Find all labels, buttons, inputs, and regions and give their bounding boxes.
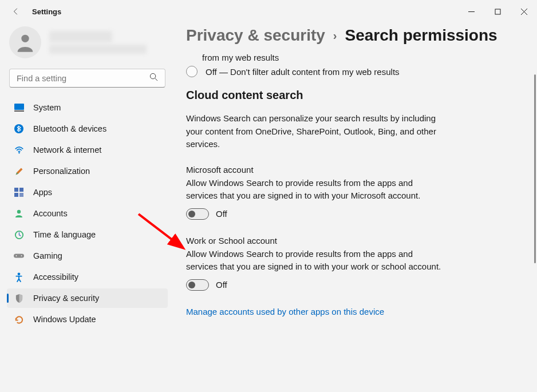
sidebar-item-accounts[interactable]: Accounts <box>7 204 168 223</box>
minimize-button[interactable] <box>458 3 484 20</box>
sidebar-item-privacy[interactable]: Privacy & security <box>7 288 168 308</box>
chevron-right-icon: › <box>333 29 337 42</box>
ws-account-toggle[interactable] <box>186 279 209 291</box>
nav-label: Bluetooth & devices <box>33 124 106 133</box>
globe-clock-icon <box>14 229 24 240</box>
svg-rect-14 <box>19 193 23 197</box>
search-input[interactable] <box>9 69 165 88</box>
cloud-desc: Windows Search can personalize your sear… <box>186 112 444 151</box>
svg-line-6 <box>155 78 157 81</box>
nav-label: Apps <box>33 188 52 197</box>
sidebar-item-system[interactable]: System <box>7 98 168 117</box>
sidebar-item-personalization[interactable]: Personalization <box>7 161 168 181</box>
svg-point-5 <box>150 73 155 78</box>
breadcrumb: Privacy & security › Search permissions <box>186 26 514 45</box>
person-icon <box>14 208 24 219</box>
close-button[interactable] <box>511 3 537 20</box>
ms-account-toggle[interactable] <box>186 208 209 220</box>
nav-label: Windows Update <box>33 315 96 324</box>
svg-point-18 <box>16 255 17 256</box>
profile-block[interactable] <box>7 23 168 69</box>
section-cloud-heading: Cloud content search <box>186 89 514 102</box>
search-icon <box>149 73 158 84</box>
nav-label: Personalization <box>33 167 90 176</box>
apps-icon <box>14 187 24 197</box>
nav-label: Time & language <box>33 230 96 239</box>
svg-rect-11 <box>14 188 18 192</box>
brush-icon <box>14 166 24 176</box>
ms-account-desc: Allow Windows Search to provide results … <box>186 177 444 203</box>
breadcrumb-parent[interactable]: Privacy & security <box>186 26 325 45</box>
page-title: Search permissions <box>345 26 497 45</box>
update-icon <box>14 314 24 324</box>
nav-label: Accounts <box>33 209 68 218</box>
ws-account-desc: Allow Windows Search to provide results … <box>186 248 444 274</box>
sidebar-item-bluetooth[interactable]: Bluetooth & devices <box>7 119 168 138</box>
avatar <box>9 26 41 58</box>
manage-accounts-link[interactable]: Manage accounts used by other apps on th… <box>186 307 514 316</box>
shield-icon <box>14 293 24 303</box>
svg-rect-12 <box>19 188 23 192</box>
ws-toggle-state: Off <box>216 280 227 290</box>
radio-label: Off — Don't filter adult content from my… <box>206 67 400 77</box>
svg-rect-17 <box>14 254 24 258</box>
partial-text-line: from my web results <box>186 53 514 62</box>
svg-rect-13 <box>14 193 18 197</box>
search-field[interactable] <box>17 74 149 83</box>
nav-label: Gaming <box>33 251 62 260</box>
system-icon <box>14 102 24 113</box>
profile-name <box>49 29 165 56</box>
nav-label: System <box>33 103 61 112</box>
accessibility-icon <box>14 272 24 282</box>
content-area: Privacy & security › Search permissions … <box>175 23 537 392</box>
radio-button[interactable] <box>186 66 198 77</box>
svg-rect-7 <box>14 104 24 110</box>
svg-point-4 <box>21 35 29 42</box>
nav-label: Privacy & security <box>33 294 99 303</box>
back-button[interactable] <box>7 2 25 21</box>
ms-toggle-state: Off <box>216 209 227 219</box>
sidebar-item-network[interactable]: Network & internet <box>7 140 168 160</box>
svg-point-19 <box>21 255 22 256</box>
ws-account-title: Work or School account <box>186 236 514 246</box>
svg-rect-1 <box>495 9 500 14</box>
title-bar: Settings <box>0 0 537 23</box>
sidebar-item-time[interactable]: Time & language <box>7 225 168 244</box>
nav-label: Network & internet <box>33 145 101 155</box>
svg-point-20 <box>18 272 21 275</box>
sidebar-item-apps[interactable]: Apps <box>7 183 168 202</box>
nav-label: Accessibility <box>33 272 78 282</box>
wifi-icon <box>14 145 24 155</box>
scrollbar[interactable] <box>534 74 536 263</box>
bluetooth-icon <box>14 124 24 134</box>
nav-list: System Bluetooth & devices Network & int… <box>7 98 168 329</box>
maximize-button[interactable] <box>484 3 511 20</box>
sidebar-item-accessibility[interactable]: Accessibility <box>7 267 168 287</box>
sidebar: System Bluetooth & devices Network & int… <box>0 23 175 392</box>
svg-point-15 <box>17 210 21 213</box>
svg-rect-8 <box>14 110 24 112</box>
svg-point-10 <box>18 152 20 154</box>
sidebar-item-update[interactable]: Windows Update <box>7 310 168 329</box>
radio-off-row[interactable]: Off — Don't filter adult content from my… <box>186 66 514 77</box>
sidebar-item-gaming[interactable]: Gaming <box>7 246 168 266</box>
gamepad-icon <box>14 251 24 261</box>
ms-account-title: Microsoft account <box>186 165 514 175</box>
window-controls <box>458 3 537 20</box>
app-title: Settings <box>32 7 61 16</box>
